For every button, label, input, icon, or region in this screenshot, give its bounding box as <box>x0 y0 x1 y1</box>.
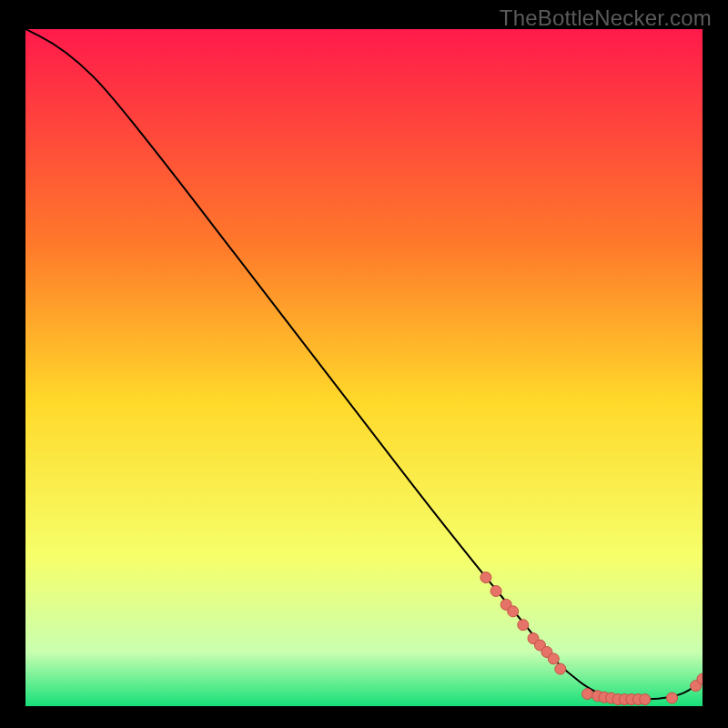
data-point <box>640 694 651 705</box>
plot-area <box>25 29 703 706</box>
chart-svg <box>25 29 703 706</box>
watermark-text: TheBottleNecker.com <box>500 5 712 31</box>
data-point <box>548 653 559 664</box>
data-point <box>508 606 519 617</box>
chart-frame: TheBottleNecker.com <box>0 0 728 728</box>
gradient-background <box>25 29 703 706</box>
data-point <box>582 689 593 700</box>
data-point <box>480 572 491 583</box>
data-point <box>667 693 678 703</box>
data-point <box>518 620 529 631</box>
data-point <box>490 586 501 597</box>
data-point <box>555 663 566 674</box>
